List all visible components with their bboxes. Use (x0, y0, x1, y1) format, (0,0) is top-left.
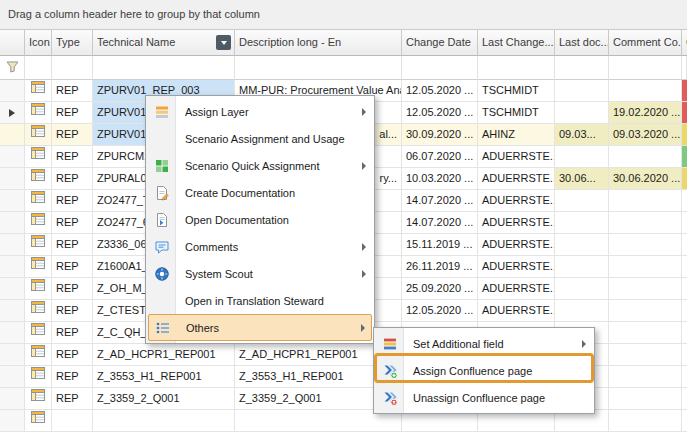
filter-cell-lastdoc[interactable] (555, 56, 609, 80)
cell-comment[interactable] (609, 388, 682, 410)
row-indicator[interactable] (0, 388, 25, 410)
cell-lastdoc[interactable] (555, 80, 609, 102)
cell-edge[interactable] (682, 256, 687, 278)
cell-edge[interactable] (682, 322, 687, 344)
cell-type[interactable]: REP (52, 234, 93, 256)
cell-icon[interactable] (25, 278, 52, 300)
cell-edge[interactable] (682, 80, 687, 102)
column-header-ind[interactable] (0, 30, 25, 56)
cell-comment[interactable]: 30.06.2020 ... (609, 168, 682, 190)
cell-tech[interactable] (93, 410, 235, 432)
cell-icon[interactable] (25, 212, 52, 234)
cell-chdate[interactable]: 14.07.2020 ... (402, 190, 478, 212)
cell-icon[interactable] (25, 124, 52, 146)
cell-chdate[interactable]: 25.09.2020 ... (402, 278, 478, 300)
row-indicator[interactable] (0, 300, 25, 322)
cell-lastdoc[interactable] (555, 300, 609, 322)
cell-lastch[interactable]: AHINZ (478, 124, 555, 146)
cell-chdate[interactable]: 12.05.2020 ... (402, 102, 478, 124)
cell-type[interactable]: REP (52, 124, 93, 146)
row-indicator[interactable] (0, 322, 25, 344)
cell-type[interactable]: REP (52, 146, 93, 168)
cell-lastdoc[interactable] (555, 146, 609, 168)
cell-icon[interactable] (25, 168, 52, 190)
cell-tech[interactable]: Z_3359_2_Q001 (93, 388, 235, 410)
cell-tech[interactable]: Z_3553_H1_REP001 (93, 366, 235, 388)
cell-lastdoc[interactable]: 30.06... (555, 168, 609, 190)
menu-item-others[interactable]: Others (148, 314, 372, 341)
cell-type[interactable]: REP (52, 168, 93, 190)
menu-item-unassign-confluence-page[interactable]: Unassign Confluence page (376, 384, 592, 411)
cell-edge[interactable] (682, 146, 687, 168)
cell-type[interactable]: REP (52, 212, 93, 234)
cell-icon[interactable] (25, 102, 52, 124)
cell-lastch[interactable]: TSCHMIDT (478, 80, 555, 102)
cell-comment[interactable] (609, 212, 682, 234)
cell-chdate[interactable]: 14.07.2020 ... (402, 212, 478, 234)
cell-lastch[interactable]: ADUERRSTE... (478, 190, 555, 212)
cell-comment[interactable]: 09.03.2020 ... (609, 124, 682, 146)
row-indicator[interactable] (0, 146, 25, 168)
row-indicator[interactable] (0, 278, 25, 300)
cell-edge[interactable] (682, 278, 687, 300)
cell-icon[interactable] (25, 388, 52, 410)
cell-chdate[interactable]: 26.11.2019 ... (402, 256, 478, 278)
menu-item-assign-confluence-page[interactable]: Assign Confluence page (376, 357, 592, 384)
cell-comment[interactable] (609, 256, 682, 278)
cell-lastdoc[interactable] (555, 212, 609, 234)
cell-lastdoc[interactable] (555, 102, 609, 124)
column-header-tech[interactable]: Technical Name (93, 30, 235, 56)
row-indicator[interactable] (0, 168, 25, 190)
filter-cell-edge[interactable] (682, 56, 687, 80)
row-indicator[interactable] (0, 102, 25, 124)
cell-icon[interactable] (25, 256, 52, 278)
column-header-icon[interactable]: Icon (25, 30, 52, 56)
cell-comment[interactable] (609, 278, 682, 300)
row-indicator[interactable] (0, 234, 25, 256)
cell-chdate[interactable]: 12.05.2020 ... (402, 300, 478, 322)
cell-type[interactable]: REP (52, 190, 93, 212)
group-by-panel[interactable]: Drag a column header here to group by th… (0, 0, 687, 30)
cell-edge[interactable] (682, 124, 687, 146)
column-filter-button[interactable] (216, 35, 231, 50)
menu-item-set-additional-field[interactable]: Set Additional field (376, 330, 592, 357)
column-header-lastch[interactable]: Last Change... (478, 30, 555, 56)
cell-edge[interactable] (682, 102, 687, 124)
cell-comment[interactable] (609, 366, 682, 388)
cell-edge[interactable] (682, 190, 687, 212)
cell-tech[interactable]: Z_AD_HCPR1_REP001 (93, 344, 235, 366)
cell-comment[interactable]: 19.02.2020 ... (609, 102, 682, 124)
cell-chdate[interactable]: 10.03.2020 ... (402, 168, 478, 190)
cell-edge[interactable] (682, 344, 687, 366)
cell-comment[interactable] (609, 80, 682, 102)
cell-lastdoc[interactable]: 09.03... (555, 124, 609, 146)
cell-edge[interactable] (682, 212, 687, 234)
cell-type[interactable]: REP (52, 344, 93, 366)
row-indicator[interactable] (0, 190, 25, 212)
row-indicator[interactable] (0, 124, 25, 146)
menu-item-comments[interactable]: Comments (148, 233, 372, 260)
cell-edge[interactable] (682, 300, 687, 322)
menu-item-system-scout[interactable]: System Scout (148, 260, 372, 287)
cell-chdate[interactable]: 12.05.2020 ... (402, 80, 478, 102)
filter-cell-type[interactable] (52, 56, 93, 80)
cell-type[interactable]: REP (52, 80, 93, 102)
cell-type[interactable]: REP (52, 256, 93, 278)
cell-lastdoc[interactable] (555, 234, 609, 256)
cell-comment[interactable] (609, 234, 682, 256)
cell-lastdoc[interactable] (555, 190, 609, 212)
menu-item-create-documentation[interactable]: Create Documentation (148, 179, 372, 206)
column-header-desc[interactable]: Description long - En (235, 30, 402, 56)
menu-item-assign-layer[interactable]: Assign Layer (148, 98, 372, 125)
cell-comment[interactable] (609, 322, 682, 344)
row-indicator[interactable] (0, 256, 25, 278)
cell-icon[interactable] (25, 366, 52, 388)
cell-icon[interactable] (25, 146, 52, 168)
cell-comment[interactable] (609, 190, 682, 212)
cell-edge[interactable] (682, 388, 687, 410)
cell-icon[interactable] (25, 410, 52, 432)
row-indicator[interactable] (0, 410, 25, 432)
cell-lastch[interactable]: ADUERRSTE... (478, 212, 555, 234)
cell-chdate[interactable]: 30.09.2020 ... (402, 124, 478, 146)
cell-lastch[interactable]: ADUERRSTE... (478, 168, 555, 190)
